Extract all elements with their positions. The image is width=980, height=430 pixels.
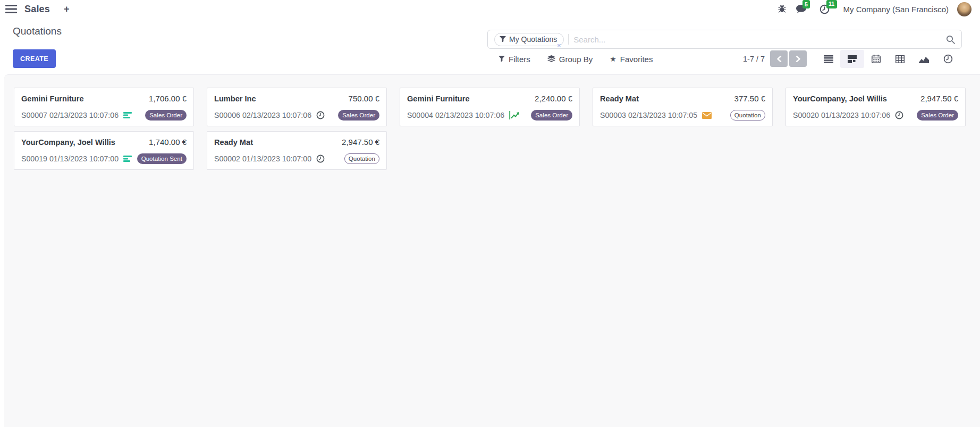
kanban-view: Gemini Furniture1,706.00 € S00007 02/13/… bbox=[4, 74, 980, 427]
clock-icon[interactable] bbox=[316, 154, 325, 163]
hamburger-menu-icon[interactable] bbox=[5, 5, 17, 13]
filter-icon bbox=[499, 56, 505, 62]
chart-up-icon[interactable] bbox=[509, 111, 520, 119]
search-facet-my-quotations[interactable]: My Quotations bbox=[494, 33, 564, 46]
order-reference: S00006 02/13/2023 10:07:06 bbox=[214, 111, 311, 119]
quotation-card[interactable]: YourCompany, Joel Willis2,947.50 € S0002… bbox=[785, 88, 966, 126]
list-bars-icon[interactable] bbox=[123, 111, 132, 119]
customer-name[interactable]: Lumber Inc bbox=[214, 94, 256, 103]
view-switcher-list[interactable] bbox=[816, 50, 840, 68]
app-name[interactable]: Sales bbox=[24, 4, 50, 15]
order-reference: S00020 01/13/2023 10:07:06 bbox=[793, 111, 890, 119]
amount: 2,947.50 € bbox=[342, 137, 379, 147]
quotation-card[interactable]: Ready Mat2,947.50 € S00002 01/13/2023 10… bbox=[207, 131, 387, 170]
customer-name[interactable]: YourCompany, Joel Willis bbox=[21, 138, 115, 147]
view-switcher-kanban[interactable] bbox=[840, 50, 864, 68]
filter-bar: Filters Group By ★ Favorites bbox=[499, 50, 653, 67]
plus-icon[interactable]: + bbox=[64, 4, 70, 14]
view-switcher bbox=[816, 50, 960, 68]
amount: 750.00 € bbox=[349, 94, 379, 103]
kanban-view-icon bbox=[848, 55, 857, 64]
activity-view-icon bbox=[943, 54, 953, 64]
customer-name[interactable]: Gemini Furniture bbox=[21, 94, 84, 103]
facet-remove-x-icon[interactable]: × bbox=[557, 42, 561, 49]
graph-view-icon bbox=[919, 55, 929, 63]
company-switcher[interactable]: My Company (San Francisco) bbox=[843, 5, 949, 14]
status-badge: Quotation bbox=[344, 153, 379, 164]
group-by-button[interactable]: Group By bbox=[547, 55, 593, 64]
amount: 377.50 € bbox=[734, 94, 765, 103]
clock-icon[interactable] bbox=[895, 111, 903, 119]
page-title: Quotations bbox=[13, 25, 62, 37]
magnifier-icon[interactable] bbox=[946, 35, 955, 44]
view-switcher-pivot[interactable] bbox=[888, 50, 912, 68]
order-reference: S00007 02/13/2023 10:07:06 bbox=[21, 111, 119, 119]
customer-name[interactable]: Ready Mat bbox=[214, 138, 253, 147]
filter-icon bbox=[500, 36, 506, 42]
create-button[interactable]: CREATE bbox=[13, 49, 56, 68]
status-badge: Quotation Sent bbox=[137, 153, 187, 164]
amount: 2,947.50 € bbox=[920, 94, 958, 103]
quotation-card[interactable]: Gemini Furniture2,240.00 € S00004 02/13/… bbox=[400, 88, 580, 126]
favorites-button[interactable]: ★ Favorites bbox=[610, 55, 653, 64]
star-icon: ★ bbox=[610, 55, 616, 63]
chevron-left-icon bbox=[776, 56, 782, 62]
quotation-card[interactable]: Lumber Inc750.00 € S00006 02/13/2023 10:… bbox=[207, 88, 387, 126]
user-avatar[interactable] bbox=[957, 2, 971, 16]
pager-range: 1-7 / 7 bbox=[743, 50, 765, 67]
activities-icon[interactable]: 11 bbox=[820, 4, 830, 14]
pager-previous-button[interactable] bbox=[770, 50, 788, 67]
messages-icon[interactable]: 5 bbox=[796, 4, 807, 14]
filters-button[interactable]: Filters bbox=[499, 55, 530, 64]
customer-name[interactable]: Gemini Furniture bbox=[407, 94, 470, 103]
control-panel: Quotations CREATE My Quotations × Filter… bbox=[4, 18, 980, 74]
odoo-sales-app: Sales + 5 11 bbox=[0, 0, 980, 430]
amount: 1,740.00 € bbox=[149, 137, 187, 147]
clock-icon[interactable] bbox=[316, 111, 325, 119]
amount: 2,240.00 € bbox=[535, 94, 572, 103]
pager-next-button[interactable] bbox=[789, 50, 807, 67]
chevron-right-icon bbox=[796, 56, 801, 62]
status-badge: Quotation bbox=[730, 110, 765, 121]
envelope-icon[interactable] bbox=[702, 112, 712, 119]
list-view-icon bbox=[824, 55, 833, 63]
order-reference: S00003 02/13/2023 10:07:05 bbox=[600, 111, 697, 119]
order-reference: S00004 02/13/2023 10:07:06 bbox=[407, 111, 504, 119]
quotation-card[interactable]: YourCompany, Joel Willis1,740.00 € S0001… bbox=[14, 131, 194, 170]
view-switcher-calendar[interactable] bbox=[864, 50, 888, 68]
customer-name[interactable]: Ready Mat bbox=[600, 94, 639, 103]
order-reference: S00002 01/13/2023 10:07:00 bbox=[214, 154, 311, 163]
pivot-view-icon bbox=[895, 55, 905, 63]
list-bars-icon[interactable] bbox=[123, 155, 132, 162]
bug-icon[interactable] bbox=[778, 5, 786, 13]
view-switcher-activity[interactable] bbox=[936, 50, 960, 68]
order-reference: S00019 01/13/2023 10:07:00 bbox=[21, 154, 119, 163]
quotation-card[interactable]: Ready Mat377.50 € S00003 02/13/2023 10:0… bbox=[593, 88, 773, 126]
calendar-view-icon bbox=[872, 55, 881, 63]
amount: 1,706.00 € bbox=[149, 94, 187, 103]
layers-icon bbox=[547, 55, 555, 63]
status-badge: Sales Order bbox=[145, 110, 187, 121]
view-switcher-graph[interactable] bbox=[912, 50, 936, 68]
customer-name[interactable]: YourCompany, Joel Willis bbox=[793, 94, 887, 103]
status-badge: Sales Order bbox=[338, 110, 379, 121]
status-badge: Sales Order bbox=[917, 110, 958, 121]
messages-count-badge: 5 bbox=[802, 0, 810, 8]
top-navbar: Sales + 5 11 bbox=[0, 0, 980, 18]
quotation-card[interactable]: Gemini Furniture1,706.00 € S00007 02/13/… bbox=[14, 88, 194, 126]
search-input[interactable] bbox=[569, 35, 946, 44]
activities-count-badge: 11 bbox=[826, 0, 837, 8]
facet-label: My Quotations bbox=[509, 35, 557, 44]
status-badge: Sales Order bbox=[531, 110, 572, 121]
